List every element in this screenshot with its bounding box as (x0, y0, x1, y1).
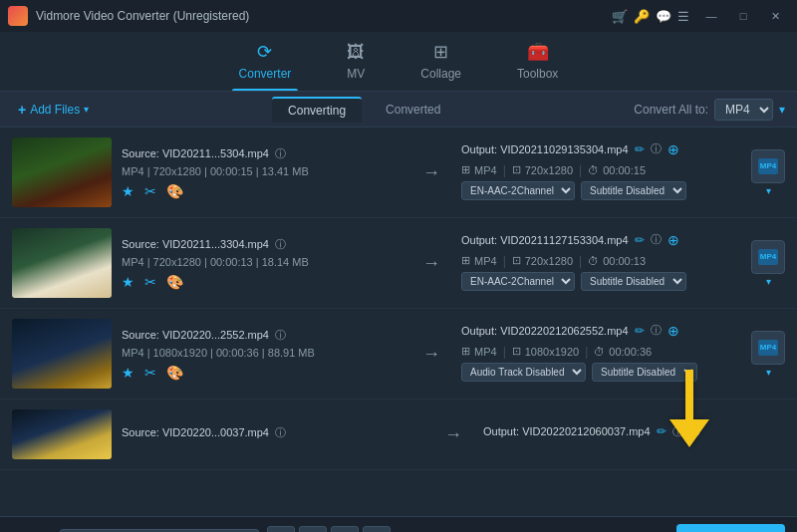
edit-icon-3[interactable]: ✏ (635, 324, 645, 338)
cut-btn-1[interactable]: ✂ (144, 183, 156, 199)
output-label-2: Output: VID20211127153304.mp4 (461, 234, 629, 246)
key-icon[interactable]: 🔑 (634, 9, 650, 24)
settings-dropdown[interactable]: ▾ (363, 526, 391, 533)
source-label-2: Source: VID20211...3304.mp4 (122, 238, 269, 250)
add-files-dropdown-arrow: ▾ (84, 104, 89, 115)
format-icon-btn-1[interactable]: MP4 (751, 149, 785, 183)
file-item-2: Source: VID20211...3304.mp4 ⓘ MP4 | 720x… (0, 218, 797, 309)
info-icon-2[interactable]: ⓘ (275, 237, 286, 252)
lightning-btn[interactable]: ⚡ (299, 526, 327, 533)
edit-icon-4[interactable]: ✏ (657, 424, 666, 438)
cut-btn-3[interactable]: ✂ (144, 365, 156, 381)
arrow-1: → (411, 162, 451, 183)
star-btn-3[interactable]: ★ (122, 365, 134, 381)
output-info-1[interactable]: ⓘ (651, 141, 662, 156)
file-info-3: Source: VID20220...2552.mp4 ⓘ MP4 | 1080… (122, 328, 401, 381)
converter-icon: ⟳ (257, 41, 272, 63)
converting-tab[interactable]: Converting (272, 97, 362, 123)
source-label-1: Source: VID20211...5304.mp4 (122, 147, 269, 159)
format-dropdown-2[interactable]: ▾ (766, 276, 771, 287)
format-icon-btn-2[interactable]: MP4 (751, 240, 785, 274)
output-format-badge-2: ⊞ MP4 (461, 254, 497, 267)
edit-icon-2[interactable]: ✏ (635, 233, 645, 247)
output-area-3: Output: VID20220212062552.mp4 ✏ ⓘ ⊕ ⊞ MP… (461, 323, 741, 386)
audio-select-1[interactable]: EN-AAC-2Channel (461, 181, 575, 200)
top-nav: ⟳ Converter 🖼 MV ⊞ Collage 🧰 Toolbox (0, 32, 797, 92)
output-res-badge-1: ⊡ 720x1280 (512, 163, 573, 176)
save-path-input[interactable] (60, 529, 259, 533)
file-meta-1: MP4 | 720x1280 | 00:00:15 | 13.41 MB (122, 165, 401, 177)
audio-select-3[interactable]: Audio Track Disabled (461, 363, 586, 382)
tab-collage-label: Collage (420, 67, 461, 81)
maximize-button[interactable]: □ (729, 5, 757, 27)
output-res-badge-2: ⊡ 720x1280 (512, 254, 573, 267)
convert-all-button[interactable]: Convert All (676, 524, 785, 532)
minimize-button[interactable]: — (697, 5, 725, 27)
subtitle-select-3[interactable]: Subtitle Disabled (592, 363, 697, 382)
output-format-badge-1: ⊞ MP4 (461, 163, 497, 176)
file-item-3: Source: VID20220...2552.mp4 ⓘ MP4 | 1080… (0, 309, 797, 399)
file-actions-1: ★ ✂ 🎨 (122, 183, 401, 199)
format-btn-wrap-2: MP4 ▾ (751, 240, 785, 287)
output-info-2[interactable]: ⓘ (651, 232, 662, 247)
bottom-bar: Save to: 📁 ⚡ ⚙ ▾ Merge into one file Con… (0, 516, 797, 532)
thumbnail-1 (12, 137, 112, 207)
cart-icon[interactable]: 🛒 (612, 9, 628, 24)
format-icon-btn-3[interactable]: MP4 (751, 331, 785, 365)
star-btn-1[interactable]: ★ (122, 183, 134, 199)
close-button[interactable]: ✕ (761, 5, 789, 27)
output-plus-2[interactable]: ⊕ (667, 232, 679, 248)
output-info-3[interactable]: ⓘ (651, 323, 662, 338)
output-area-1: Output: VID20211029135304.mp4 ✏ ⓘ ⊕ ⊞ MP… (461, 141, 741, 204)
format-dropdown-3[interactable]: ▾ (766, 367, 771, 378)
palette-btn-3[interactable]: 🎨 (166, 365, 183, 381)
chat-icon[interactable]: 💬 (656, 9, 671, 24)
output-res-badge-3: ⊡ 1080x1920 (512, 345, 579, 358)
output-format-badge-3: ⊞ MP4 (461, 345, 497, 358)
folder-btn[interactable]: 📁 (267, 526, 295, 533)
subtitle-select-1[interactable]: Subtitle Disabled (581, 181, 686, 200)
tab-toolbox-label: Toolbox (517, 67, 558, 81)
add-files-button[interactable]: + Add Files ▾ (12, 98, 95, 122)
output-area-2: Output: VID20211127153304.mp4 ✏ ⓘ ⊕ ⊞ MP… (461, 232, 741, 295)
menu-icon[interactable]: ☰ (677, 9, 689, 24)
plus-icon: + (18, 102, 26, 118)
tab-converter[interactable]: ⟳ Converter (211, 33, 320, 91)
settings-btn[interactable]: ⚙ (331, 526, 359, 533)
toolbar: + Add Files ▾ Converting Converted Conve… (0, 92, 797, 128)
cut-btn-2[interactable]: ✂ (144, 274, 156, 290)
audio-select-2[interactable]: EN-AAC-2Channel (461, 272, 575, 291)
file-item-4: Source: VID20220...0037.mp4 ⓘ → Output: … (0, 399, 797, 470)
output-area-4: Output: VID20220212060037.mp4 ✏ ⓘ ⊕ (483, 423, 785, 445)
toolbox-icon: 🧰 (527, 41, 549, 63)
convert-all-to: Convert All to: MP4 ▾ (634, 99, 785, 121)
mv-icon: 🖼 (347, 42, 365, 63)
file-info-4: Source: VID20220...0037.mp4 ⓘ (122, 425, 423, 444)
output-label-4: Output: VID20220212060037.mp4 (483, 425, 651, 437)
file-info-2: Source: VID20211...3304.mp4 ⓘ MP4 | 720x… (122, 237, 401, 290)
converted-tab[interactable]: Converted (370, 98, 456, 122)
source-label-3: Source: VID20220...2552.mp4 (122, 329, 269, 341)
output-info-4[interactable]: ⓘ (672, 424, 683, 439)
palette-btn-2[interactable]: 🎨 (166, 274, 183, 290)
tab-collage[interactable]: ⊞ Collage (393, 33, 489, 91)
file-actions-2: ★ ✂ 🎨 (122, 274, 401, 290)
info-icon-1[interactable]: ⓘ (275, 146, 286, 161)
info-icon-4[interactable]: ⓘ (275, 425, 286, 440)
palette-btn-1[interactable]: 🎨 (166, 183, 183, 199)
format-dropdown-1[interactable]: ▾ (766, 185, 771, 196)
edit-icon-1[interactable]: ✏ (635, 142, 645, 156)
tab-toolbox[interactable]: 🧰 Toolbox (489, 33, 586, 91)
arrow-2: → (411, 253, 451, 274)
source-label-4: Source: VID20220...0037.mp4 (122, 426, 269, 438)
output-dur-badge-2: ⏱ 00:00:13 (588, 255, 646, 267)
star-btn-2[interactable]: ★ (122, 274, 134, 290)
format-select-top[interactable]: MP4 (714, 99, 773, 121)
subtitle-select-2[interactable]: Subtitle Disabled (581, 272, 686, 291)
tab-mv[interactable]: 🖼 MV (319, 34, 393, 91)
output-plus-1[interactable]: ⊕ (667, 141, 679, 157)
output-plus-4[interactable]: ⊕ (689, 423, 701, 439)
output-plus-3[interactable]: ⊕ (667, 323, 679, 339)
info-icon-3[interactable]: ⓘ (275, 328, 286, 343)
output-dur-badge-1: ⏱ 00:00:15 (588, 164, 646, 176)
